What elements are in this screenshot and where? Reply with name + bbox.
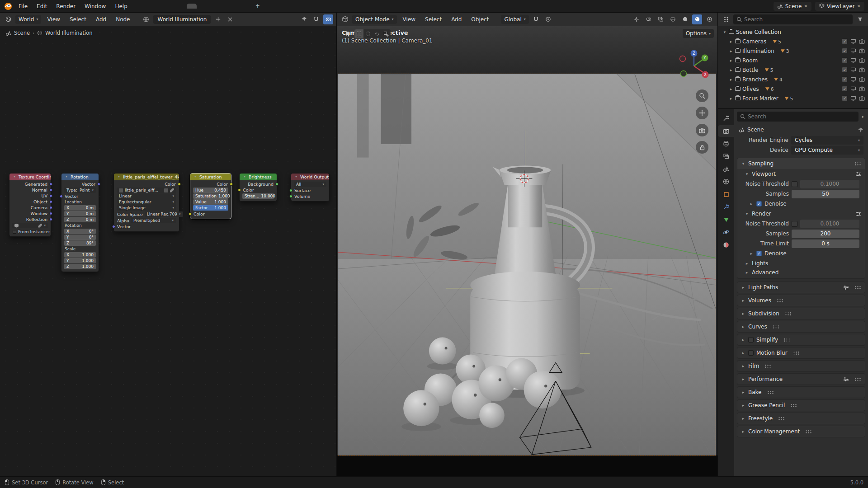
node-header[interactable]: little_paris_eiffel_tower_4k.exr [114,174,179,180]
sampling-panel-header[interactable]: Sampling [737,158,865,169]
shader-editor-menu-item[interactable]: Add [92,15,110,24]
hide-viewport-icon[interactable] [850,39,856,44]
socket[interactable] [178,183,181,186]
samples-value[interactable]: 200 [792,230,859,238]
exclude-checkbox[interactable] [842,86,848,92]
topbar-menu-item[interactable]: Window [80,2,110,11]
advanced-subpanel-header[interactable]: Advanced [737,268,865,278]
location-field[interactable]: Z0 m [64,217,96,222]
source-dropdown[interactable]: Single Image [117,205,176,211]
properties-section[interactable]: Bake [737,386,865,398]
socket[interactable] [49,218,52,221]
tab-material[interactable] [718,239,734,251]
expand-icon[interactable] [741,403,745,408]
gizmo-y-label[interactable]: Y [703,56,706,60]
select-box-icon[interactable] [354,29,363,38]
render-subpanel-header[interactable]: Render [737,209,865,219]
expand-icon[interactable] [741,311,745,316]
presets-icon[interactable] [843,377,849,382]
add-workspace-button[interactable]: + [252,0,264,12]
properties-search[interactable] [737,112,859,122]
disable-render-icon[interactable] [859,67,865,72]
value-slider[interactable]: Saturation1.000 [193,193,228,199]
outliner-root-collection[interactable]: Scene Collection [718,27,868,37]
pin-icon[interactable] [299,14,309,24]
projection-dropdown[interactable]: Equirectangular [117,199,176,205]
node-world-output[interactable]: World Output All SurfaceVolume [291,173,330,202]
gizmo-x-label[interactable]: X [704,73,707,77]
overlays-toggle-icon[interactable] [323,14,333,24]
workspace-tab[interactable] [241,4,251,9]
workspace-tab[interactable] [187,4,197,9]
tab-physics[interactable] [718,226,734,238]
breadcrumb-scene[interactable]: Scene [747,127,764,133]
editor-type-icon[interactable] [3,14,13,24]
workspace-tab[interactable] [165,4,175,9]
select-circle-icon[interactable] [363,29,373,38]
node-header[interactable]: Saturation [190,174,231,180]
workspace-tab[interactable] [208,4,218,9]
select-lasso-icon[interactable] [373,29,382,38]
render-denoise-row[interactable]: Denoise [737,249,861,258]
topbar-menu-item[interactable]: Edit [33,2,51,11]
workspace-tab[interactable] [176,4,186,9]
filter-dropdown-icon[interactable] [861,114,865,119]
drag-grip[interactable] [778,417,785,421]
socket[interactable] [49,212,52,215]
expand-icon[interactable] [741,429,745,434]
unlink-view-layer-icon[interactable]: ✕ [857,4,861,9]
expand-icon[interactable] [745,172,749,176]
zoom-icon[interactable] [696,89,708,102]
disable-render-icon[interactable] [859,77,865,82]
node-header[interactable]: Rotation [61,174,99,180]
value-slider[interactable]: Hue0.450 [193,188,228,193]
socket[interactable] [230,183,233,186]
viewport-menu-item[interactable]: Add [448,15,465,24]
outliner-collection[interactable]: Bottle 5 [718,65,868,75]
socket[interactable] [49,188,52,192]
unlink-image-icon[interactable] [170,188,174,192]
expand-icon[interactable] [729,77,733,82]
from-instancer-checkbox[interactable] [13,230,16,234]
section-checkbox[interactable] [748,350,754,356]
disable-render-icon[interactable] [859,96,865,101]
node-header[interactable]: Texture Coordinate [9,174,51,180]
socket[interactable] [49,183,52,186]
value-slider[interactable]: Value1.000 [193,199,228,205]
value-slider[interactable]: Factor1.000 [193,205,228,211]
socket[interactable] [289,189,292,192]
drag-grip[interactable] [805,430,812,434]
hide-viewport-icon[interactable] [850,96,856,101]
samples-value[interactable]: 50 [792,190,859,198]
topbar-menu-item[interactable]: Help [111,2,131,11]
gizmo-z-label[interactable]: Z [693,52,695,56]
tab-output[interactable] [718,138,734,150]
disable-render-icon[interactable] [859,58,865,63]
mode-dropdown[interactable]: Object Mode [352,15,397,24]
expand-icon[interactable] [741,338,745,342]
node-header[interactable]: World Output [291,174,329,180]
presets-icon[interactable] [843,285,849,290]
breadcrumb-world[interactable]: World Illumination [45,30,92,36]
drag-grip[interactable] [854,377,861,381]
active-tool-icon[interactable] [343,29,353,39]
rotation-field[interactable]: Y0° [64,235,96,240]
options-button[interactable]: Options [683,29,714,38]
node-saturation[interactable]: Saturation Color Hue0.450Saturation1.000… [190,173,231,219]
drag-grip[interactable] [777,299,783,303]
scale-field[interactable]: Z1.000 [64,264,96,269]
strength-field[interactable]: Stren...10.000 [242,193,274,199]
presets-icon[interactable] [855,211,861,216]
workspace-tab[interactable] [219,4,229,9]
expand-icon[interactable] [741,390,745,394]
socket[interactable] [112,225,115,228]
disable-render-icon[interactable] [859,48,865,53]
filter-icon[interactable] [855,14,865,24]
shading-material-icon[interactable] [692,14,702,24]
expand-icon[interactable] [741,377,745,381]
drag-grip[interactable] [785,312,792,316]
expand-icon[interactable] [745,270,749,275]
camera-view-icon[interactable] [696,124,708,136]
render-engine-dropdown[interactable]: Cycles [791,136,863,145]
socket[interactable] [289,195,292,198]
